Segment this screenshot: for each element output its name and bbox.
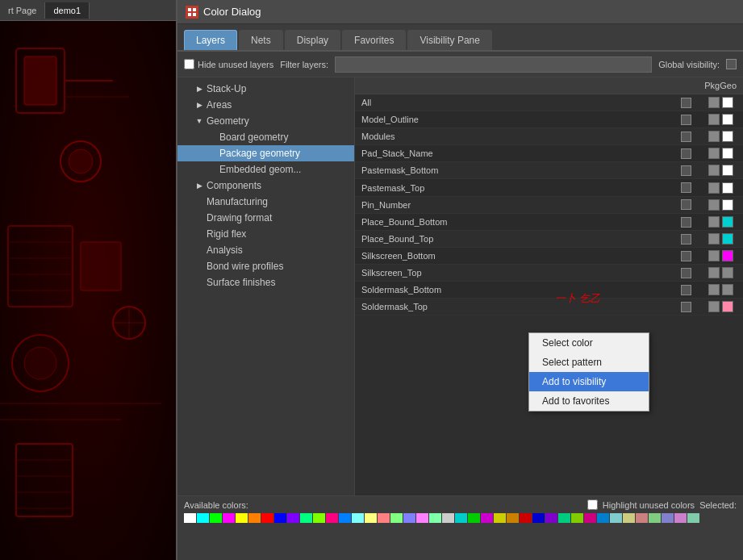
table-row[interactable]: Modules (355, 128, 743, 145)
color-box-1[interactable] (708, 182, 720, 194)
tree-item-analysis[interactable]: Analysis (177, 242, 354, 258)
palette-color-swatch[interactable] (520, 513, 532, 523)
color-box-1[interactable] (708, 216, 720, 228)
layer-color-col[interactable] (698, 162, 743, 179)
palette-color-swatch[interactable] (662, 513, 674, 523)
layer-color-col[interactable] (698, 179, 743, 196)
layer-check-col[interactable] (674, 230, 698, 247)
layer-check-col[interactable] (674, 247, 698, 264)
tree-item-bond-wire[interactable]: Bond wire profiles (177, 258, 354, 274)
palette-color-swatch[interactable] (390, 513, 403, 523)
table-row[interactable]: Soldermask_Top (355, 299, 743, 316)
palette-color-swatch[interactable] (636, 513, 648, 523)
palette-color-swatch[interactable] (687, 513, 699, 523)
layer-checkbox[interactable] (681, 285, 691, 295)
tree-item-manufacturing[interactable]: Manufacturing (177, 194, 354, 210)
color-box-1[interactable] (708, 233, 720, 244)
context-add-favorites[interactable]: Add to favorites (529, 391, 649, 411)
palette-color-swatch[interactable] (623, 513, 635, 523)
color-box-1[interactable] (708, 301, 720, 312)
color-box-2[interactable] (722, 233, 733, 244)
palette-color-swatch[interactable] (597, 513, 609, 523)
layer-color-col[interactable] (698, 213, 743, 230)
color-box-1[interactable] (708, 250, 720, 261)
color-box-2[interactable] (722, 267, 733, 278)
palette-color-swatch[interactable] (494, 513, 506, 523)
table-row[interactable]: Pastemask_Top (355, 179, 743, 196)
palette-color-swatch[interactable] (184, 513, 196, 523)
tree-item-embedded-geom[interactable]: Embedded geom... (177, 161, 354, 178)
table-row[interactable]: Silkscreen_Bottom (355, 247, 743, 264)
layer-checkbox[interactable] (681, 217, 691, 228)
layer-checkbox[interactable] (681, 234, 691, 244)
color-box-1[interactable] (708, 148, 720, 159)
color-box-2[interactable] (722, 97, 733, 108)
layer-check-col[interactable] (674, 162, 698, 179)
layer-check-col[interactable] (674, 111, 698, 128)
layer-check-col[interactable] (674, 94, 698, 111)
palette-color-swatch[interactable] (287, 513, 299, 523)
layer-check-col[interactable] (674, 299, 698, 316)
layer-checkbox[interactable] (681, 251, 691, 261)
global-vis-checkbox[interactable] (726, 59, 737, 69)
layer-checkbox[interactable] (681, 182, 691, 193)
color-box-2[interactable] (722, 114, 733, 125)
table-row[interactable]: Pastemask_Bottom (355, 162, 743, 179)
color-box-2[interactable] (722, 131, 733, 142)
layer-color-col[interactable] (698, 230, 743, 247)
tree-item-package-geometry[interactable]: Package geometry (177, 145, 354, 161)
tab-display[interactable]: Display (285, 30, 340, 50)
color-box-2[interactable] (722, 284, 733, 295)
table-row[interactable]: Place_Bound_Bottom (355, 213, 743, 230)
palette-color-swatch[interactable] (649, 513, 661, 523)
table-row[interactable]: Soldermask_Bottom (355, 282, 743, 299)
color-box-2[interactable] (722, 148, 733, 159)
palette-color-swatch[interactable] (507, 513, 519, 523)
palette-color-swatch[interactable] (248, 513, 261, 523)
context-select-pattern[interactable]: Select pattern (529, 353, 649, 372)
tree-item-board-geometry[interactable]: Board geometry (177, 129, 354, 145)
tree-item-drawing-format[interactable]: Drawing format (177, 210, 354, 226)
layer-color-col[interactable] (698, 196, 743, 213)
layer-color-col[interactable] (698, 128, 743, 145)
layer-color-col[interactable] (698, 145, 743, 162)
layer-checkbox[interactable] (681, 148, 691, 159)
palette-color-swatch[interactable] (210, 513, 222, 523)
palette-color-swatch[interactable] (365, 513, 377, 523)
tab-nets[interactable]: Nets (239, 30, 283, 50)
palette-color-swatch[interactable] (300, 513, 312, 523)
palette-color-swatch[interactable] (403, 513, 415, 523)
hide-unused-label[interactable]: Hide unused layers (184, 59, 273, 69)
palette-color-swatch[interactable] (481, 513, 493, 523)
palette-color-swatch[interactable] (610, 513, 622, 523)
palette-color-swatch[interactable] (197, 513, 209, 523)
palette-color-swatch[interactable] (339, 513, 351, 523)
layer-color-col[interactable] (698, 299, 743, 316)
layer-color-col[interactable] (698, 264, 743, 281)
palette-color-swatch[interactable] (429, 513, 441, 523)
palette-color-swatch[interactable] (416, 513, 428, 523)
table-row[interactable]: Model_Outline (355, 111, 743, 128)
layer-check-col[interactable] (674, 213, 698, 230)
layer-color-col[interactable] (698, 111, 743, 128)
tree-item-components[interactable]: ▶ Components (177, 178, 354, 194)
color-box-2[interactable] (722, 182, 733, 194)
palette-color-swatch[interactable] (558, 513, 570, 523)
palette-color-swatch[interactable] (261, 513, 273, 523)
layer-check-col[interactable] (674, 282, 698, 299)
palette-color-swatch[interactable] (442, 513, 454, 523)
layer-checkbox[interactable] (681, 115, 691, 125)
color-box-2[interactable] (722, 250, 733, 261)
color-box-2[interactable] (722, 301, 733, 312)
tab-favorites[interactable]: Favorites (342, 30, 406, 50)
color-box-2[interactable] (722, 165, 733, 176)
context-select-color[interactable]: Select color (529, 333, 649, 353)
hide-unused-checkbox[interactable] (184, 59, 194, 69)
layer-check-col[interactable] (674, 196, 698, 213)
filter-input[interactable] (335, 56, 652, 73)
palette-color-swatch[interactable] (571, 513, 583, 523)
tree-item-areas[interactable]: ▶ Areas (177, 97, 354, 113)
color-box-1[interactable] (708, 114, 720, 125)
layer-checkbox[interactable] (681, 98, 691, 108)
layer-checkbox[interactable] (681, 268, 691, 278)
